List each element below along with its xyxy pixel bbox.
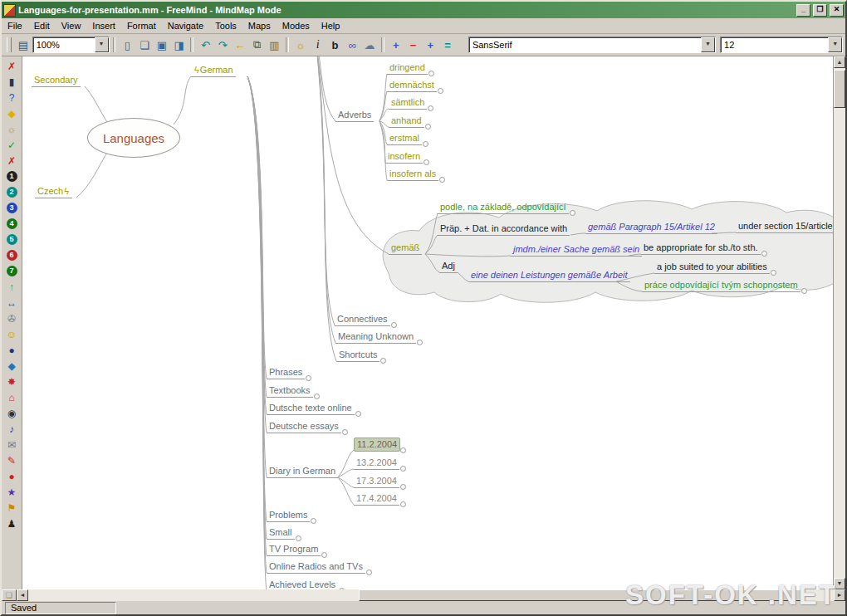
vertical-scrollbar[interactable]: ▲ ▼ (833, 56, 845, 589)
node-meaning-unknown[interactable]: Meaning Unknown (335, 330, 416, 344)
expand-icon[interactable]: + (422, 37, 438, 53)
menu-navigate[interactable]: Navigate (162, 19, 209, 32)
menu-view[interactable]: View (56, 19, 87, 32)
node-czech[interactable]: Czechϟ (35, 185, 72, 198)
priority-5-icon[interactable]: 5 (7, 234, 17, 245)
priority-3-icon[interactable]: 3 (7, 203, 17, 213)
horizontal-scrollbar-thumb[interactable] (359, 589, 802, 601)
node-secondary[interactable]: Secondary (32, 74, 81, 87)
zoom-combobox[interactable]: 100% ▼ (32, 37, 110, 53)
vertical-scrollbar-track[interactable] (834, 108, 845, 578)
cancel-icon[interactable]: ✗ (2, 153, 21, 169)
node-adverb-item[interactable]: anhand (389, 115, 424, 128)
home-icon[interactable]: ⌂ (2, 389, 21, 405)
button-icon[interactable]: ● (2, 342, 21, 358)
minimize-button[interactable]: _ (796, 4, 810, 17)
node-deutsche-essays[interactable]: Deutsche essays (267, 420, 341, 433)
node-be-appropriate[interactable]: be appropriate for sb./to sth. (641, 242, 761, 255)
node-paragraph-link[interactable]: gemäß Paragraph 15/Artikel 12 (585, 221, 717, 234)
node-adverb-item[interactable]: insofern als (387, 168, 438, 181)
node-problems[interactable]: Problems (267, 509, 310, 522)
edit-icon[interactable]: ▮ (2, 74, 21, 90)
save-icon[interactable]: ▣ (154, 37, 170, 53)
node-adverb-item[interactable]: dringend (387, 61, 428, 75)
smiley-icon[interactable]: ☺ (2, 326, 21, 342)
ok-icon[interactable]: ✓ (2, 137, 21, 153)
node-adverb-item[interactable]: demnächst (387, 79, 437, 92)
node-textbooks[interactable]: Textbooks (267, 384, 313, 398)
idea-icon[interactable]: ☼ (2, 121, 21, 137)
menu-tools[interactable]: Tools (209, 19, 242, 32)
toolbar-grip[interactable] (7, 37, 12, 52)
font-combobox[interactable]: SansSerif ▼ (468, 37, 716, 53)
node-german[interactable]: ϟGerman (191, 64, 236, 77)
bold-icon[interactable]: b (327, 37, 344, 53)
node-adverb-item[interactable]: erstmal (387, 132, 422, 145)
node-date-selected[interactable]: 11.2.2004 (354, 438, 400, 452)
node-jmdm[interactable]: jmdm./einer Sache gemäß sein (511, 243, 642, 257)
node-job[interactable]: a job suited to your abilities (654, 261, 770, 274)
print-icon[interactable]: ▤ (15, 37, 32, 53)
node-date[interactable]: 17.4.2004 (354, 492, 399, 506)
priority-1-icon[interactable]: 1 (7, 171, 17, 182)
node-adverb-item[interactable]: sämtlich (389, 96, 427, 110)
map-corner-button[interactable]: ❏ (2, 589, 17, 601)
mindmap-canvas[interactable]: Languages Secondary Czechϟ ϟGerman Adver… (22, 56, 833, 589)
node-tv-program[interactable]: TV Program (267, 543, 321, 556)
node-date[interactable]: 13.2.2004 (354, 457, 399, 470)
node-prap[interactable]: Präp. + Dat. in accordance with (438, 222, 570, 236)
wizard-icon[interactable]: ★ (2, 484, 21, 500)
fit-icon[interactable]: = (439, 37, 456, 53)
scroll-left-icon[interactable]: ◄ (17, 589, 28, 601)
penguin-icon[interactable]: ♟ (2, 516, 21, 531)
menu-modes[interactable]: Modes (277, 19, 316, 32)
stop-icon[interactable]: ● (2, 468, 21, 484)
pencil-icon[interactable]: ✎ (2, 452, 21, 468)
node-adj[interactable]: Adj (439, 260, 458, 273)
cloud-icon[interactable]: ☁ (361, 37, 378, 53)
priority-2-icon[interactable]: 2 (7, 187, 17, 198)
bomb-icon[interactable]: ✸ (2, 374, 21, 389)
font-size-combobox[interactable]: 12 ▼ (720, 37, 843, 53)
scroll-down-icon[interactable]: ▼ (834, 578, 845, 589)
open-icon[interactable]: ❏ (136, 37, 153, 53)
horizontal-scrollbar[interactable]: ◄ ► (17, 589, 845, 601)
node-achieved-levels[interactable]: Achieved Levels (267, 579, 338, 589)
node-small[interactable]: Small (267, 526, 295, 540)
menu-insert[interactable]: Insert (86, 19, 121, 32)
menu-help[interactable]: Help (316, 19, 346, 32)
node-prace[interactable]: práce odpovídající tvým schopnostem (642, 279, 800, 292)
paste-icon[interactable]: ▥ (266, 37, 282, 53)
node-podle[interactable]: podle, na základě, odpovídající (438, 201, 569, 214)
scroll-up-icon[interactable]: ▲ (834, 56, 845, 68)
priority-7-icon[interactable]: 7 (7, 266, 17, 276)
back-icon[interactable]: ← (232, 37, 248, 53)
copy-icon[interactable]: ⧉ (249, 37, 266, 53)
link-icon[interactable]: ∞ (344, 37, 360, 53)
node-under-section[interactable]: under section 15/article (736, 220, 833, 233)
menu-file[interactable]: File (2, 19, 28, 32)
diamond-icon[interactable]: ◆ (2, 358, 21, 374)
help-icon[interactable]: ? (2, 90, 21, 105)
left-right-arrow-icon[interactable]: ↔ (2, 295, 21, 310)
horizontal-scrollbar-track[interactable] (28, 589, 834, 601)
chevron-down-icon[interactable]: ▼ (95, 37, 109, 52)
priority-6-icon[interactable]: 6 (7, 250, 17, 261)
mail-icon[interactable]: ✉ (2, 437, 21, 452)
chevron-down-icon[interactable]: ▼ (828, 37, 842, 52)
new-icon[interactable]: ▯ (119, 37, 135, 53)
zoom-in-icon[interactable]: + (388, 37, 404, 53)
redo-icon[interactable]: ↷ (214, 37, 231, 53)
node-shortcuts[interactable]: Shortcuts (336, 349, 379, 362)
node-phrases[interactable]: Phrases (267, 366, 305, 379)
undo-icon[interactable]: ↶ (197, 37, 213, 53)
node-adverb-item[interactable]: insofern (385, 150, 423, 164)
italic-icon[interactable]: i (310, 37, 326, 53)
node-dutsche-texte[interactable]: Dutsche texte online (267, 402, 355, 415)
node-adverbs[interactable]: Adverbs (335, 109, 374, 122)
contact-icon[interactable]: ◉ (2, 405, 21, 421)
node-gemass[interactable]: gemäß (389, 242, 422, 255)
close-button[interactable]: ✕ (830, 4, 844, 17)
warning-icon[interactable]: ◆ (2, 105, 21, 121)
priority-4-icon[interactable]: 4 (7, 218, 17, 229)
